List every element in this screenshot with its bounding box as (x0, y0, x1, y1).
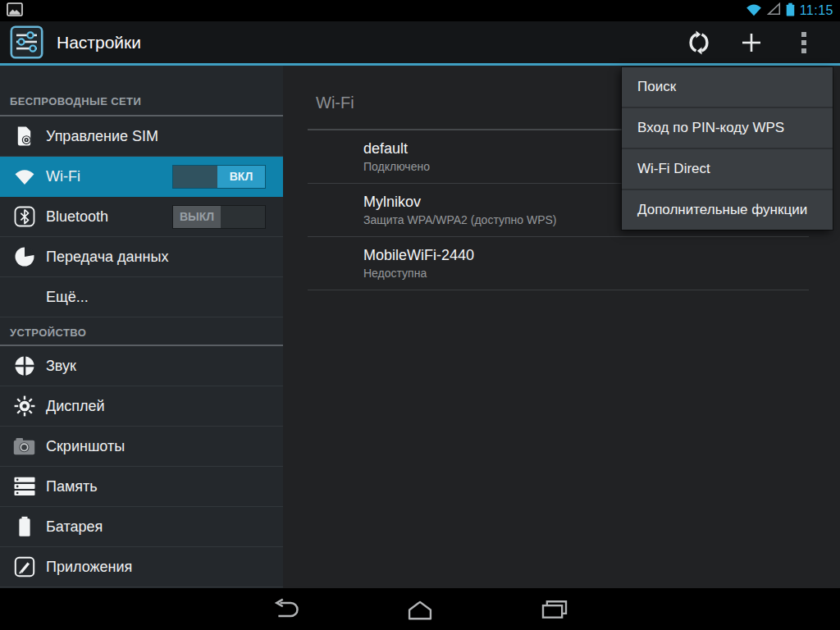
sidebar-item-label: Ещё... (46, 289, 89, 306)
signal-strength-icon (767, 2, 781, 19)
sidebar-item-label: Приложения (46, 559, 132, 576)
bluetooth-icon (13, 206, 35, 228)
sidebar-item-apps[interactable]: Приложения (0, 547, 283, 587)
sidebar-item-label: Передача данных (46, 249, 168, 266)
add-network-icon[interactable] (725, 21, 778, 63)
brightness-icon (13, 395, 35, 418)
section-header-wireless: БЕСПРОВОДНЫЕ СЕТИ (0, 66, 283, 115)
sidebar-item-data-usage[interactable]: Передача данных (0, 237, 283, 277)
wifi-network-mobilewifi[interactable]: MobileWiFi-2440 Недоступна (308, 237, 809, 290)
refresh-icon[interactable] (673, 21, 725, 63)
menu-item-advanced[interactable]: Дополнительные функции (622, 190, 833, 230)
sidebar-item-sim-management[interactable]: Управление SIM (0, 116, 283, 157)
settings-sidebar: БЕСПРОВОДНЫЕ СЕТИ Управление SIM Wi-Fi В… (0, 66, 283, 588)
overflow-menu-icon[interactable] (778, 21, 830, 63)
sidebar-item-sound[interactable]: Звук (0, 346, 283, 386)
wifi-toggle-label: ВКЛ (217, 166, 265, 188)
battery-status-icon (786, 2, 795, 20)
page-title: Настройки (57, 33, 141, 52)
network-status: Недоступна (363, 267, 809, 280)
bluetooth-toggle[interactable]: ВЫКЛ (173, 206, 265, 228)
bluetooth-toggle-label: ВЫКЛ (173, 206, 221, 228)
back-icon[interactable] (267, 596, 304, 623)
wifi-toggle[interactable]: ВКЛ (173, 166, 265, 188)
battery-icon (13, 516, 35, 538)
menu-item-search[interactable]: Поиск (622, 67, 833, 108)
storage-icon (13, 476, 35, 498)
network-name: MobileWiFi-2440 (363, 247, 809, 264)
menu-item-wifi-direct[interactable]: Wi-Fi Direct (622, 149, 833, 190)
sidebar-item-label: Батарея (46, 518, 103, 536)
sidebar-item-label: Дисплей (46, 398, 105, 415)
sidebar-item-label: Wi-Fi (46, 168, 80, 185)
sidebar-item-label: Память (46, 478, 98, 495)
action-bar: Настройки (0, 21, 840, 66)
sidebar-item-screenshots[interactable]: Скриншоты (0, 427, 283, 467)
sidebar-item-bluetooth[interactable]: Bluetooth ВЫКЛ (0, 197, 283, 237)
menu-item-wps-pin[interactable]: Вход по PIN-коду WPS (622, 108, 833, 149)
data-usage-icon (13, 246, 35, 268)
camera-icon (13, 436, 35, 458)
sidebar-item-battery[interactable]: Батарея (0, 507, 283, 547)
sidebar-item-storage[interactable]: Память (0, 467, 283, 507)
wifi-icon (13, 166, 35, 188)
sidebar-item-more[interactable]: Ещё... (0, 277, 283, 317)
overflow-menu: Поиск Вход по PIN-коду WPS Wi-Fi Direct … (622, 67, 833, 230)
apps-icon (13, 556, 35, 578)
sidebar-item-label: Bluetooth (46, 208, 108, 226)
screenshot-notification-icon (7, 2, 23, 20)
home-icon[interactable] (401, 596, 439, 623)
sidebar-item-wifi[interactable]: Wi-Fi ВКЛ (0, 157, 283, 197)
settings-app-icon[interactable] (10, 25, 43, 59)
sidebar-item-label: Скриншоты (46, 438, 125, 455)
sidebar-item-label: Звук (46, 358, 76, 375)
sound-icon (13, 355, 35, 377)
wifi-status-icon (746, 2, 762, 20)
sidebar-item-display[interactable]: Дисплей (0, 386, 283, 427)
sim-card-icon (13, 126, 35, 148)
recents-icon[interactable] (536, 596, 573, 623)
clock: 11:15 (800, 3, 833, 18)
section-header-device: УСТРОЙСТВО (0, 317, 283, 345)
navigation-bar (0, 588, 840, 630)
status-bar: 11:15 (0, 0, 840, 21)
sidebar-item-label: Управление SIM (46, 128, 158, 145)
